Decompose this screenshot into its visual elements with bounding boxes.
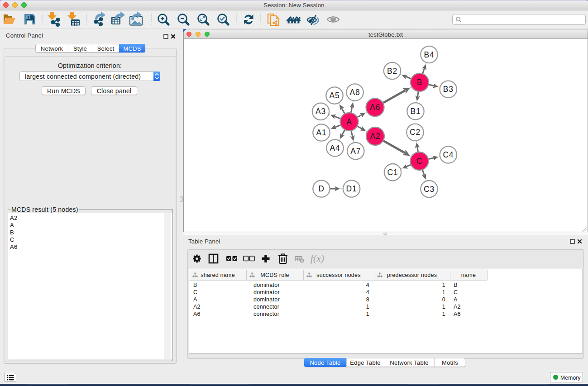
svg-text:D: D xyxy=(318,184,324,193)
svg-text:C: C xyxy=(416,157,422,166)
svg-text:C4: C4 xyxy=(443,150,454,159)
svg-text:B2: B2 xyxy=(387,67,397,76)
svg-text:B: B xyxy=(417,78,422,87)
svg-text:D1: D1 xyxy=(346,184,357,193)
svg-text:A7: A7 xyxy=(350,147,361,156)
svg-text:A: A xyxy=(346,117,352,126)
svg-text:C1: C1 xyxy=(387,168,398,177)
svg-text:A3: A3 xyxy=(316,107,326,116)
svg-text:A1: A1 xyxy=(316,128,326,137)
svg-text:A2: A2 xyxy=(370,132,380,141)
svg-text:A5: A5 xyxy=(329,91,339,100)
svg-text:A6: A6 xyxy=(370,103,380,112)
svg-text:B1: B1 xyxy=(410,107,421,116)
svg-text:C3: C3 xyxy=(424,185,435,194)
svg-text:B4: B4 xyxy=(424,50,434,59)
svg-text:B3: B3 xyxy=(443,85,454,94)
svg-text:A8: A8 xyxy=(349,88,360,97)
svg-text:A4: A4 xyxy=(330,143,340,152)
svg-text:C2: C2 xyxy=(410,128,421,137)
svg-text:f(x): f(x) xyxy=(311,253,324,264)
